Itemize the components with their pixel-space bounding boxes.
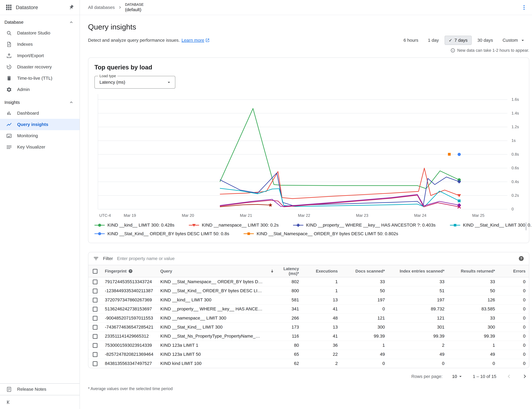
help-icon[interactable]: ?: [518, 256, 524, 261]
results-returned-cell: 126: [448, 295, 499, 304]
table-row: 8438135563347497527KIND kind LIMIT 10062…: [88, 359, 529, 368]
latency-cell: 80: [266, 341, 303, 350]
docs-scanned-cell: 121: [341, 314, 388, 323]
errors-cell: 0: [498, 323, 529, 332]
legend-item[interactable]: KIND __namespace__ LIMIT 300: 0.2s: [189, 223, 279, 228]
sidebar-item-monitoring[interactable]: Monitoring: [0, 130, 80, 141]
svg-text:1.2s: 1.2s: [512, 125, 519, 129]
more-options-icon[interactable]: [521, 4, 527, 10]
sidebar-item-disaster-recovery[interactable]: Disaster recovery: [0, 61, 80, 73]
legend-item[interactable]: KIND __Stat_Namespace__ ORDER_BY bytes D…: [244, 231, 398, 236]
sidebar-header: Datastore: [0, 0, 80, 15]
time-range-custom[interactable]: Custom: [499, 36, 529, 45]
svg-text:Mar 24: Mar 24: [414, 213, 426, 218]
learn-more-link[interactable]: Learn more: [182, 38, 210, 43]
section-insights[interactable]: Insights: [0, 95, 80, 108]
row-checkbox[interactable]: [93, 288, 98, 293]
pagination-range: 1 – 10 of 15: [473, 374, 496, 379]
sidebar-item-key-visualizer[interactable]: Key Visualizer: [0, 141, 80, 153]
external-link-icon: [205, 38, 210, 43]
sidebar-item-indexes[interactable]: Indexes: [0, 39, 80, 50]
row-checkbox[interactable]: [93, 334, 98, 339]
select-all-checkbox[interactable]: [93, 269, 98, 274]
info-icon: [450, 48, 455, 53]
errors-cell: 0: [498, 295, 529, 304]
legend-item[interactable]: KIND __property__ WHERE __key__ HAS ANCE…: [293, 223, 436, 228]
sidebar-item-release-notes[interactable]: Release Notes: [0, 384, 80, 395]
sidebar-item-datastore-studio[interactable]: Datastore Studio: [0, 28, 80, 39]
query-cell: KIND 123a LIMIT 50: [157, 350, 266, 359]
breadcrumb-current-db: DATABASE (default): [125, 2, 144, 12]
filter-icon: [93, 256, 99, 261]
executions-cell: 13: [302, 295, 341, 304]
time-range-1-day[interactable]: 1 day: [424, 36, 442, 45]
svg-text:0.4s: 0.4s: [512, 179, 519, 184]
monitoring-icon: [6, 133, 12, 139]
executions-cell: 41: [302, 304, 341, 313]
legend-item[interactable]: KIND __kind__ LIMIT 300: 0.428s: [94, 223, 174, 228]
row-checkbox[interactable]: [93, 325, 98, 330]
index-entries-cell: 33: [388, 277, 448, 286]
errors-cell: 0: [498, 314, 529, 323]
legend-scrollbar[interactable]: [525, 222, 527, 231]
time-range-7-days[interactable]: ✓7 days: [445, 36, 472, 45]
docs-scanned-cell: 50: [341, 286, 388, 295]
row-checkbox[interactable]: [93, 298, 98, 302]
latency-cell: 800: [266, 286, 303, 295]
app-window: Datastore Database Datastore Studio Inde…: [0, 0, 532, 409]
row-checkbox[interactable]: [93, 279, 98, 284]
query-table-body: 7917244535513343724KIND __Stat_Namespace…: [88, 277, 529, 368]
fingerprint-cell: 3720797347860267369: [101, 295, 157, 304]
pin-icon[interactable]: [69, 5, 74, 10]
query-cell: KIND kind LIMIT 100: [157, 359, 266, 368]
sidebar-item-dashboard[interactable]: Dashboard: [0, 108, 80, 119]
sidebar: Datastore Database Datastore Studio Inde…: [0, 0, 80, 409]
history-icon: [6, 64, 12, 70]
sidebar-item-ttl[interactable]: Time-to-live (TTL): [0, 73, 80, 84]
row-checkbox[interactable]: [93, 316, 98, 321]
index-entries-cell: 2: [388, 341, 448, 350]
gear-icon: [6, 87, 12, 93]
index-entries-cell: 301: [388, 323, 448, 332]
breadcrumb-all-databases[interactable]: All databases: [88, 5, 115, 10]
load-type-select[interactable]: Load type Latency (ms): [94, 76, 175, 89]
row-checkbox[interactable]: [93, 307, 98, 312]
section-database[interactable]: Database: [0, 15, 80, 27]
sidebar-item-admin[interactable]: Admin: [0, 84, 80, 95]
legend-item[interactable]: KIND __Stat_Kind__ ORDER_BY bytes DESC L…: [94, 231, 229, 236]
rows-per-page-select[interactable]: 10: [452, 374, 463, 379]
search-icon: [6, 30, 12, 36]
row-checkbox[interactable]: [93, 352, 98, 357]
chevron-right-icon: [118, 5, 122, 10]
row-checkbox[interactable]: [93, 361, 98, 366]
queries-table-card: Filter ? Fingerprint? Query Latency (ms)…: [88, 252, 529, 368]
load-type-label: Load type: [98, 74, 117, 78]
breadcrumb-db-name: (default): [125, 7, 144, 12]
svg-text:0: 0: [512, 207, 514, 211]
latency-cell: 266: [266, 314, 303, 323]
legend-item[interactable]: KIND __Stat_Kind__ LIMIT 300: 0.122s: [450, 223, 532, 228]
results-returned-cell: 33: [448, 314, 499, 323]
sidebar-item-import-export[interactable]: Import/Export: [0, 50, 80, 61]
collapse-sidebar-icon[interactable]: [6, 399, 12, 405]
sidebar-item-query-insights[interactable]: Query insights: [0, 119, 80, 130]
svg-text:?: ?: [130, 270, 131, 272]
fingerprint-cell: 7530001593023914339: [101, 341, 157, 350]
results-returned-cell: 0: [448, 359, 499, 368]
fingerprint-help-icon[interactable]: ?: [128, 269, 133, 273]
data-freshness-note: New data can take 1-2 hours to appear.: [88, 48, 529, 53]
filter-input[interactable]: [117, 256, 514, 261]
latency-cell: 62: [266, 359, 303, 368]
next-page-icon[interactable]: [522, 373, 528, 380]
docs-scanned-cell: 99.39: [341, 332, 388, 341]
docs-scanned-cell: 1: [341, 341, 388, 350]
time-range-30-days[interactable]: 30 days: [474, 36, 497, 45]
prev-page-icon[interactable]: [506, 373, 512, 380]
svg-text:Mar 21: Mar 21: [240, 213, 252, 218]
row-checkbox[interactable]: [93, 343, 98, 348]
rows-per-page-label: Rows per page:: [411, 374, 442, 379]
column-latency-sorted[interactable]: Latency (ms)*: [266, 265, 303, 277]
time-range-6-hours[interactable]: 6 hours: [400, 36, 422, 45]
results-returned-cell: 49: [448, 350, 499, 359]
fingerprint-cell: -8257247820821369464: [101, 350, 157, 359]
